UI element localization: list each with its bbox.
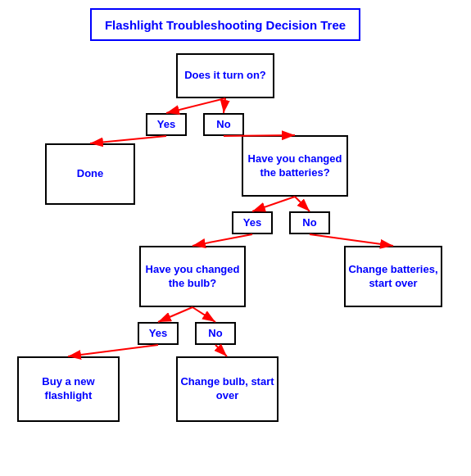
svg-line-10 xyxy=(192,307,215,322)
yes3-node: Yes xyxy=(138,322,179,345)
yes1-text: Yes xyxy=(157,118,175,132)
no3-node: No xyxy=(195,322,236,345)
q3-text: Have you changed the bulb? xyxy=(141,263,244,291)
q1-text: Does it turn on? xyxy=(184,69,266,83)
title-text: Flashlight Troubleshooting Decision Tree xyxy=(105,18,346,32)
svg-line-5 xyxy=(252,197,295,211)
done-text: Done xyxy=(77,167,104,181)
no1-node: No xyxy=(203,113,244,136)
no2-node: No xyxy=(289,211,330,234)
svg-line-11 xyxy=(68,345,158,356)
yes2-node: Yes xyxy=(232,211,273,234)
yes1-node: Yes xyxy=(146,113,187,136)
q2-node: Have you changed the batteries? xyxy=(242,135,348,197)
yes3-text: Yes xyxy=(149,327,167,341)
no3-text: No xyxy=(208,327,222,341)
svg-line-8 xyxy=(310,234,393,246)
buy-text: Buy a new flashlight xyxy=(19,375,118,403)
diagram: Flashlight Troubleshooting Decision Tree… xyxy=(0,0,471,476)
q2-text: Have you changed the batteries? xyxy=(243,152,346,180)
title-box: Flashlight Troubleshooting Decision Tree xyxy=(90,8,360,41)
svg-line-2 xyxy=(224,98,225,113)
no1-text: No xyxy=(216,118,230,132)
done-node: Done xyxy=(45,143,135,205)
yes2-text: Yes xyxy=(243,216,261,230)
svg-line-6 xyxy=(295,197,310,211)
change-bulb-node: Change bulb, start over xyxy=(176,356,279,422)
q1-node: Does it turn on? xyxy=(176,53,274,98)
buy-node: Buy a new flashlight xyxy=(17,356,120,422)
change-bat-text: Change batteries, start over xyxy=(346,263,441,291)
svg-line-1 xyxy=(166,98,225,113)
q3-node: Have you changed the bulb? xyxy=(139,246,246,307)
svg-line-7 xyxy=(192,234,252,246)
svg-line-3 xyxy=(90,136,166,143)
svg-line-12 xyxy=(215,345,227,356)
no2-text: No xyxy=(302,216,316,230)
change-bulb-text: Change bulb, start over xyxy=(178,375,277,403)
change-bat-node: Change batteries, start over xyxy=(344,246,442,307)
svg-line-9 xyxy=(158,307,192,322)
